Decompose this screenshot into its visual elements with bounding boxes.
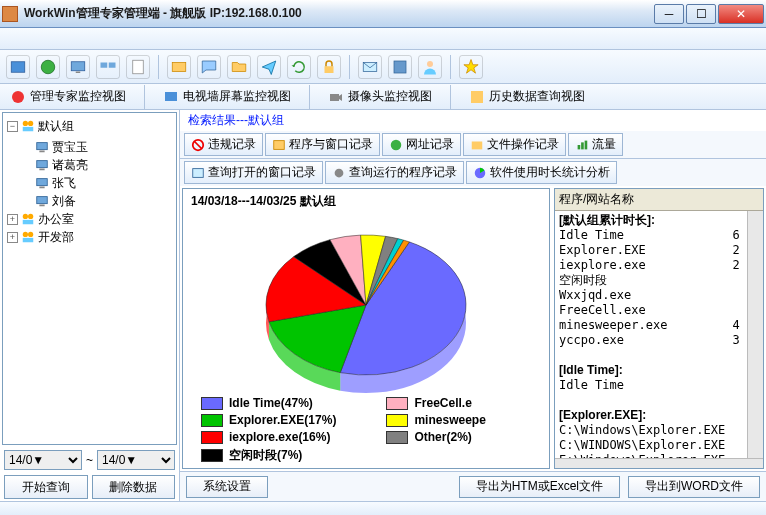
content-area: 检索结果---默认组 违规记录 程序与窗口记录 网址记录 文件操作记录 流量 查… <box>180 110 766 501</box>
tree-user[interactable]: 诸葛亮 <box>21 156 172 174</box>
view-history[interactable]: 历史数据查询视图 <box>465 86 589 107</box>
scrollbar-horizontal[interactable] <box>555 458 763 468</box>
list-header[interactable]: 程序/网站名称 <box>555 189 763 211</box>
start-query-button[interactable]: 开始查询 <box>4 475 88 499</box>
sub-tabs: 查询打开的窗口记录 查询运行的程序记录 软件使用时长统计分析 <box>180 159 766 186</box>
svg-rect-7 <box>172 62 186 71</box>
view-camera[interactable]: 摄像头监控视图 <box>324 86 436 107</box>
gear-icon <box>332 166 346 180</box>
svg-rect-24 <box>39 187 44 189</box>
user-icon[interactable] <box>418 55 442 79</box>
globe-icon <box>389 138 403 152</box>
home-icon[interactable] <box>6 55 30 79</box>
tab-url[interactable]: 网址记录 <box>382 133 461 156</box>
chart-title: 14/03/18---14/03/25 默认组 <box>183 189 549 214</box>
tab-label: 文件操作记录 <box>487 136 559 153</box>
separator <box>158 55 159 79</box>
export-word-button[interactable]: 导出到WORD文件 <box>628 476 760 498</box>
svg-rect-4 <box>101 62 108 67</box>
svg-rect-15 <box>471 91 483 103</box>
svg-rect-0 <box>11 61 25 72</box>
pc-icon <box>35 158 49 172</box>
tree-user[interactable]: 刘备 <box>21 192 172 210</box>
subtab-usage-stats[interactable]: 软件使用时长统计分析 <box>466 161 617 184</box>
group-tree[interactable]: − 默认组 贾宝玉 诸葛亮 张飞 刘备 +办公室 +开发部 <box>2 112 177 445</box>
view-tabs: 管理专家监控视图 电视墙屏幕监控视图 摄像头监控视图 历史数据查询视图 <box>0 84 766 110</box>
svg-point-36 <box>391 139 402 150</box>
disk-icon[interactable] <box>388 55 412 79</box>
separator <box>450 85 451 109</box>
menu-bar <box>0 28 766 50</box>
screens-icon[interactable] <box>96 55 120 79</box>
svg-point-27 <box>23 214 28 219</box>
chat-icon[interactable] <box>197 55 221 79</box>
title-bar: WorkWin管理专家管理端 - 旗舰版 IP:192.168.0.100 ─ … <box>0 0 766 28</box>
svg-rect-8 <box>325 66 334 73</box>
delete-data-button[interactable]: 删除数据 <box>92 475 176 499</box>
svg-point-31 <box>28 232 33 237</box>
svg-point-17 <box>28 121 33 126</box>
date-from-select[interactable]: 14/0▼ <box>4 450 82 470</box>
tab-file-ops[interactable]: 文件操作记录 <box>463 133 566 156</box>
date-to-select[interactable]: 14/0▼ <box>97 450 175 470</box>
svg-rect-5 <box>109 62 116 67</box>
svg-rect-26 <box>39 205 44 207</box>
svg-rect-14 <box>330 94 339 101</box>
export-htm-excel-button[interactable]: 导出为HTM或Excel文件 <box>459 476 620 498</box>
program-list[interactable]: [默认组累计时长]: Idle Time 6 Explorer.EXE 2 ie… <box>555 211 747 458</box>
doc-icon[interactable] <box>126 55 150 79</box>
refresh-icon[interactable] <box>287 55 311 79</box>
tab-label: 网址记录 <box>406 136 454 153</box>
separator <box>349 55 350 79</box>
tree-user[interactable]: 贾宝玉 <box>21 138 172 156</box>
mail-icon[interactable] <box>358 55 382 79</box>
svg-point-42 <box>335 168 344 177</box>
lock-icon[interactable] <box>317 55 341 79</box>
date-separator: ~ <box>86 453 93 467</box>
subtab-windows[interactable]: 查询打开的窗口记录 <box>184 161 323 184</box>
forbid-icon <box>191 138 205 152</box>
view-label: 管理专家监控视图 <box>30 88 126 105</box>
card-icon[interactable] <box>167 55 191 79</box>
svg-rect-32 <box>23 238 34 242</box>
folder-icon[interactable] <box>227 55 251 79</box>
legend-item: Idle Time(47%) <box>201 396 386 410</box>
send-icon[interactable] <box>257 55 281 79</box>
tree-group[interactable]: +开发部 <box>7 228 172 246</box>
globe-icon[interactable] <box>36 55 60 79</box>
maximize-button[interactable]: ☐ <box>686 4 716 24</box>
expand-icon[interactable]: + <box>7 232 18 243</box>
tree-label: 刘备 <box>52 192 76 210</box>
svg-rect-35 <box>274 140 285 149</box>
star-icon[interactable] <box>459 55 483 79</box>
tab-label: 违规记录 <box>208 136 256 153</box>
tree-label: 贾宝玉 <box>52 138 88 156</box>
legend-item: 空闲时段(7%) <box>201 447 386 464</box>
tab-traffic[interactable]: 流量 <box>568 133 623 156</box>
svg-rect-21 <box>37 161 48 168</box>
minimize-button[interactable]: ─ <box>654 4 684 24</box>
close-button[interactable]: ✕ <box>718 4 764 24</box>
view-label: 电视墙屏幕监控视图 <box>183 88 291 105</box>
tab-violation[interactable]: 违规记录 <box>184 133 263 156</box>
window-title: WorkWin管理专家管理端 - 旗舰版 IP:192.168.0.100 <box>24 5 654 22</box>
sidebar: − 默认组 贾宝玉 诸葛亮 张飞 刘备 +办公室 +开发部 14/0▼ ~ 14… <box>0 110 180 501</box>
tree-user[interactable]: 张飞 <box>21 174 172 192</box>
collapse-icon[interactable]: − <box>7 121 18 132</box>
svg-rect-10 <box>394 61 406 73</box>
view-monitor[interactable]: 管理专家监控视图 <box>6 86 130 107</box>
tree-root[interactable]: − 默认组 贾宝玉 诸葛亮 张飞 刘备 <box>7 117 172 210</box>
legend-item: Explorer.EXE(17%) <box>201 413 386 427</box>
expand-icon[interactable]: + <box>7 214 18 225</box>
subtab-programs[interactable]: 查询运行的程序记录 <box>325 161 464 184</box>
tab-label: 程序与窗口记录 <box>289 136 373 153</box>
tab-label: 流量 <box>592 136 616 153</box>
scrollbar-vertical[interactable] <box>747 211 763 458</box>
tree-group[interactable]: +办公室 <box>7 210 172 228</box>
view-wall[interactable]: 电视墙屏幕监控视图 <box>159 86 295 107</box>
svg-point-30 <box>23 232 28 237</box>
monitor-icon[interactable] <box>66 55 90 79</box>
svg-rect-29 <box>23 220 34 224</box>
system-settings-button[interactable]: 系统设置 <box>186 476 268 498</box>
tab-program-window[interactable]: 程序与窗口记录 <box>265 133 380 156</box>
